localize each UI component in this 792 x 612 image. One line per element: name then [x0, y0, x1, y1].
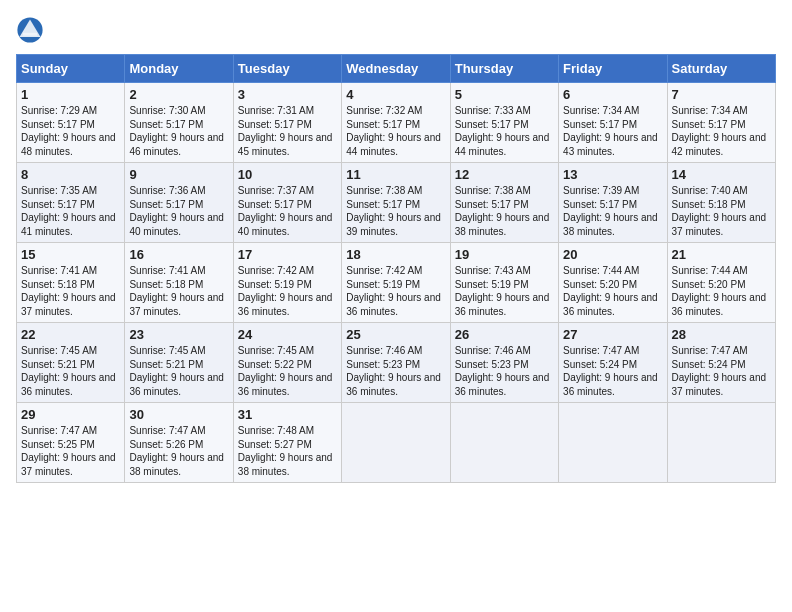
- calendar-cell: 5Sunrise: 7:33 AMSunset: 5:17 PMDaylight…: [450, 83, 558, 163]
- day-number: 4: [346, 87, 445, 102]
- day-number: 15: [21, 247, 120, 262]
- day-number: 30: [129, 407, 228, 422]
- calendar-cell: 28Sunrise: 7:47 AMSunset: 5:24 PMDayligh…: [667, 323, 775, 403]
- day-number: 2: [129, 87, 228, 102]
- day-number: 6: [563, 87, 662, 102]
- day-number: 14: [672, 167, 771, 182]
- calendar-cell: 15Sunrise: 7:41 AMSunset: 5:18 PMDayligh…: [17, 243, 125, 323]
- calendar-body: 1Sunrise: 7:29 AMSunset: 5:17 PMDaylight…: [17, 83, 776, 483]
- calendar-cell: 6Sunrise: 7:34 AMSunset: 5:17 PMDaylight…: [559, 83, 667, 163]
- col-header-thursday: Thursday: [450, 55, 558, 83]
- day-number: 21: [672, 247, 771, 262]
- calendar-cell: [559, 403, 667, 483]
- calendar-cell: 11Sunrise: 7:38 AMSunset: 5:17 PMDayligh…: [342, 163, 450, 243]
- day-number: 31: [238, 407, 337, 422]
- day-info: Sunrise: 7:30 AMSunset: 5:17 PMDaylight:…: [129, 104, 228, 158]
- day-info: Sunrise: 7:45 AMSunset: 5:21 PMDaylight:…: [21, 344, 120, 398]
- day-info: Sunrise: 7:40 AMSunset: 5:18 PMDaylight:…: [672, 184, 771, 238]
- calendar-cell: 10Sunrise: 7:37 AMSunset: 5:17 PMDayligh…: [233, 163, 341, 243]
- calendar-cell: 27Sunrise: 7:47 AMSunset: 5:24 PMDayligh…: [559, 323, 667, 403]
- day-info: Sunrise: 7:42 AMSunset: 5:19 PMDaylight:…: [346, 264, 445, 318]
- col-header-tuesday: Tuesday: [233, 55, 341, 83]
- day-info: Sunrise: 7:39 AMSunset: 5:17 PMDaylight:…: [563, 184, 662, 238]
- calendar-cell: [342, 403, 450, 483]
- day-info: Sunrise: 7:47 AMSunset: 5:25 PMDaylight:…: [21, 424, 120, 478]
- col-header-monday: Monday: [125, 55, 233, 83]
- calendar-cell: 21Sunrise: 7:44 AMSunset: 5:20 PMDayligh…: [667, 243, 775, 323]
- day-number: 7: [672, 87, 771, 102]
- week-row-5: 29Sunrise: 7:47 AMSunset: 5:25 PMDayligh…: [17, 403, 776, 483]
- day-number: 27: [563, 327, 662, 342]
- calendar-cell: 25Sunrise: 7:46 AMSunset: 5:23 PMDayligh…: [342, 323, 450, 403]
- day-number: 28: [672, 327, 771, 342]
- day-number: 29: [21, 407, 120, 422]
- day-number: 25: [346, 327, 445, 342]
- day-number: 10: [238, 167, 337, 182]
- calendar-cell: 18Sunrise: 7:42 AMSunset: 5:19 PMDayligh…: [342, 243, 450, 323]
- day-info: Sunrise: 7:34 AMSunset: 5:17 PMDaylight:…: [563, 104, 662, 158]
- day-info: Sunrise: 7:43 AMSunset: 5:19 PMDaylight:…: [455, 264, 554, 318]
- day-number: 5: [455, 87, 554, 102]
- day-info: Sunrise: 7:45 AMSunset: 5:22 PMDaylight:…: [238, 344, 337, 398]
- calendar-cell: 1Sunrise: 7:29 AMSunset: 5:17 PMDaylight…: [17, 83, 125, 163]
- col-header-saturday: Saturday: [667, 55, 775, 83]
- col-header-sunday: Sunday: [17, 55, 125, 83]
- logo: [16, 16, 48, 44]
- day-info: Sunrise: 7:36 AMSunset: 5:17 PMDaylight:…: [129, 184, 228, 238]
- calendar-cell: 4Sunrise: 7:32 AMSunset: 5:17 PMDaylight…: [342, 83, 450, 163]
- calendar-cell: 14Sunrise: 7:40 AMSunset: 5:18 PMDayligh…: [667, 163, 775, 243]
- day-info: Sunrise: 7:42 AMSunset: 5:19 PMDaylight:…: [238, 264, 337, 318]
- day-number: 23: [129, 327, 228, 342]
- day-number: 9: [129, 167, 228, 182]
- calendar-cell: 31Sunrise: 7:48 AMSunset: 5:27 PMDayligh…: [233, 403, 341, 483]
- day-info: Sunrise: 7:45 AMSunset: 5:21 PMDaylight:…: [129, 344, 228, 398]
- page-container: SundayMondayTuesdayWednesdayThursdayFrid…: [0, 0, 792, 491]
- day-number: 3: [238, 87, 337, 102]
- day-number: 12: [455, 167, 554, 182]
- day-info: Sunrise: 7:38 AMSunset: 5:17 PMDaylight:…: [346, 184, 445, 238]
- calendar-cell: 9Sunrise: 7:36 AMSunset: 5:17 PMDaylight…: [125, 163, 233, 243]
- calendar-cell: 8Sunrise: 7:35 AMSunset: 5:17 PMDaylight…: [17, 163, 125, 243]
- col-header-friday: Friday: [559, 55, 667, 83]
- day-info: Sunrise: 7:44 AMSunset: 5:20 PMDaylight:…: [563, 264, 662, 318]
- calendar-cell: 2Sunrise: 7:30 AMSunset: 5:17 PMDaylight…: [125, 83, 233, 163]
- calendar-cell: [450, 403, 558, 483]
- calendar-cell: 13Sunrise: 7:39 AMSunset: 5:17 PMDayligh…: [559, 163, 667, 243]
- svg-rect-2: [23, 33, 37, 36]
- day-number: 24: [238, 327, 337, 342]
- day-info: Sunrise: 7:31 AMSunset: 5:17 PMDaylight:…: [238, 104, 337, 158]
- day-info: Sunrise: 7:47 AMSunset: 5:24 PMDaylight:…: [672, 344, 771, 398]
- calendar-cell: 30Sunrise: 7:47 AMSunset: 5:26 PMDayligh…: [125, 403, 233, 483]
- calendar-cell: 12Sunrise: 7:38 AMSunset: 5:17 PMDayligh…: [450, 163, 558, 243]
- day-info: Sunrise: 7:46 AMSunset: 5:23 PMDaylight:…: [455, 344, 554, 398]
- calendar-cell: 17Sunrise: 7:42 AMSunset: 5:19 PMDayligh…: [233, 243, 341, 323]
- day-info: Sunrise: 7:34 AMSunset: 5:17 PMDaylight:…: [672, 104, 771, 158]
- week-row-1: 1Sunrise: 7:29 AMSunset: 5:17 PMDaylight…: [17, 83, 776, 163]
- day-number: 22: [21, 327, 120, 342]
- day-info: Sunrise: 7:47 AMSunset: 5:24 PMDaylight:…: [563, 344, 662, 398]
- week-row-4: 22Sunrise: 7:45 AMSunset: 5:21 PMDayligh…: [17, 323, 776, 403]
- day-info: Sunrise: 7:44 AMSunset: 5:20 PMDaylight:…: [672, 264, 771, 318]
- day-number: 26: [455, 327, 554, 342]
- calendar-cell: 3Sunrise: 7:31 AMSunset: 5:17 PMDaylight…: [233, 83, 341, 163]
- day-info: Sunrise: 7:46 AMSunset: 5:23 PMDaylight:…: [346, 344, 445, 398]
- calendar-cell: 26Sunrise: 7:46 AMSunset: 5:23 PMDayligh…: [450, 323, 558, 403]
- day-info: Sunrise: 7:41 AMSunset: 5:18 PMDaylight:…: [129, 264, 228, 318]
- calendar-table: SundayMondayTuesdayWednesdayThursdayFrid…: [16, 54, 776, 483]
- day-info: Sunrise: 7:33 AMSunset: 5:17 PMDaylight:…: [455, 104, 554, 158]
- day-info: Sunrise: 7:29 AMSunset: 5:17 PMDaylight:…: [21, 104, 120, 158]
- calendar-cell: 7Sunrise: 7:34 AMSunset: 5:17 PMDaylight…: [667, 83, 775, 163]
- calendar-cell: 29Sunrise: 7:47 AMSunset: 5:25 PMDayligh…: [17, 403, 125, 483]
- calendar-cell: 19Sunrise: 7:43 AMSunset: 5:19 PMDayligh…: [450, 243, 558, 323]
- day-number: 1: [21, 87, 120, 102]
- calendar-cell: 20Sunrise: 7:44 AMSunset: 5:20 PMDayligh…: [559, 243, 667, 323]
- day-number: 13: [563, 167, 662, 182]
- logo-icon: [16, 16, 44, 44]
- calendar-cell: 24Sunrise: 7:45 AMSunset: 5:22 PMDayligh…: [233, 323, 341, 403]
- day-number: 16: [129, 247, 228, 262]
- day-number: 8: [21, 167, 120, 182]
- calendar-cell: 23Sunrise: 7:45 AMSunset: 5:21 PMDayligh…: [125, 323, 233, 403]
- day-number: 17: [238, 247, 337, 262]
- calendar-header-row: SundayMondayTuesdayWednesdayThursdayFrid…: [17, 55, 776, 83]
- day-info: Sunrise: 7:38 AMSunset: 5:17 PMDaylight:…: [455, 184, 554, 238]
